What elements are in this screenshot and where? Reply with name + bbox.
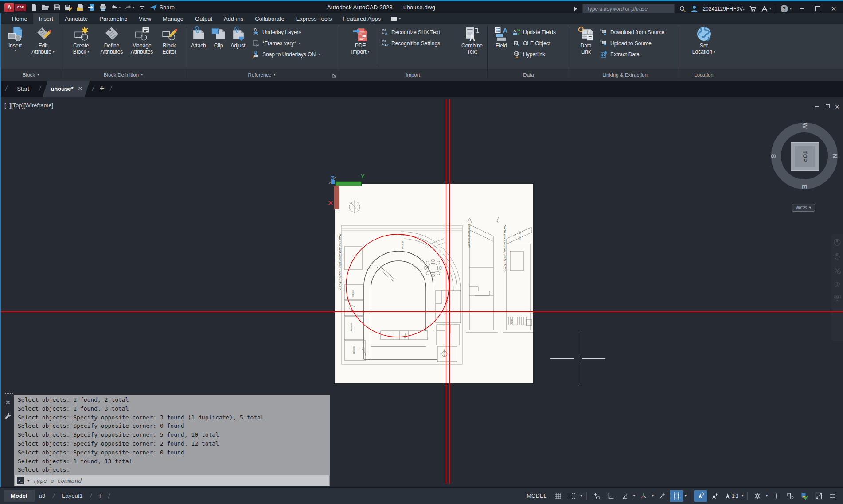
tab-add-ins[interactable]: Add-ins [218,13,249,24]
command-input[interactable]: >_ ▾ Type a command [14,475,330,486]
share-button[interactable]: Share [150,4,175,11]
recognize-shx-text-button[interactable]: PDFA Recognize SHX Text [381,27,440,38]
tab-insert[interactable]: Insert [33,13,59,24]
tab-collaborate[interactable]: Collaborate [249,13,290,24]
pdf-import-button[interactable]: PDF Import▾ [347,26,373,55]
manage-attributes-button[interactable]: Manage Attributes [127,26,156,55]
clip-button[interactable]: Clip [211,26,226,49]
window-minimize-button[interactable] [796,4,808,14]
command-line-close-icon[interactable]: ✕ [5,399,11,406]
object-snap-toggle[interactable] [670,490,683,502]
tab-view[interactable]: View [133,13,157,24]
object-snap-tracking-toggle[interactable] [656,490,669,502]
model-paper-toggle[interactable]: MODEL [523,490,550,502]
tab-featured-apps[interactable]: Featured Apps [337,13,386,24]
new-drawing-tab-button[interactable]: + [97,83,107,94]
ole-object-button[interactable]: OLE Object [513,38,556,49]
reference-dialog-launcher[interactable] [332,73,336,78]
grid-display-toggle[interactable] [551,490,565,502]
new-layout-button[interactable]: + [95,492,105,500]
frames-vary-button[interactable]: (x) *Frames vary* ▾ [252,38,320,49]
command-line-customize-wrench-icon[interactable] [4,412,12,419]
ribbon-display-toggle[interactable]: ▾ [391,13,401,24]
layout-tab-layout1[interactable]: Layout1 [58,490,87,501]
create-block-flyout-caret[interactable]: ▾ [87,50,89,54]
snap-mode-toggle[interactable] [566,490,579,502]
signed-in-user[interactable]: 20241129FHF3V▾ [702,6,745,12]
open-web-mobile-button[interactable] [76,4,84,11]
recognition-settings-button[interactable]: PDFA Recognition Settings [381,38,440,49]
show-motion-icon[interactable] [833,295,841,303]
wcs-selector[interactable]: WCS▾ [792,204,815,212]
open-file-button[interactable] [42,4,49,11]
search-input[interactable] [582,4,675,13]
panel-label-block[interactable]: Block▾ [0,69,62,81]
window-maximize-button[interactable] [812,4,823,14]
attach-button[interactable]: Attach [188,26,209,49]
new-file-button[interactable] [30,4,38,11]
model-space-canvas[interactable]: [−][Top][Wireframe] ✕ W N E S TOP WCS▾ [0,97,843,487]
panel-label-block-definition[interactable]: Block Definition▾ [62,69,185,81]
workspace-switching-button[interactable] [751,490,764,502]
red-vertical-line-entity[interactable] [446,99,446,484]
window-close-button[interactable]: ✕ [828,4,839,14]
plot-button[interactable] [99,4,107,11]
underlay-layers-button[interactable]: Underlay Layers [252,27,320,38]
user-avatar-icon[interactable] [691,5,698,12]
layout-tab-model[interactable]: Model [4,490,35,502]
viewcube[interactable]: W N E S TOP [771,123,838,189]
tab-express-tools[interactable]: Express Tools [290,13,338,24]
redo-dropdown[interactable]: ▾ [133,6,134,9]
insert-block-button[interactable]: Insert ▾ [4,26,27,52]
isometric-settings-caret[interactable]: ▾ [651,494,655,498]
panel-label-linking-extraction[interactable]: Linking & Extraction [570,69,680,81]
command-history[interactable]: Select objects: 1 found, 2 total Select … [14,395,330,475]
red-vertical-line-entity[interactable] [451,99,451,484]
navigation-bar[interactable] [831,234,843,341]
polar-tracking-toggle[interactable] [618,490,632,502]
annotation-visibility-toggle[interactable] [694,490,707,502]
extract-data-button[interactable]: Extract Data [600,49,664,60]
viewport-restore-button[interactable] [824,104,830,110]
tab-output[interactable]: Output [189,13,218,24]
panel-label-import[interactable]: Import [339,69,487,81]
file-tab-uhouse[interactable]: uhouse* ✕ [43,81,89,97]
ucs-icon[interactable]: Z Y ✕ [327,175,369,215]
search-expand-arrow[interactable] [574,7,577,11]
viewport-minimize-button[interactable] [814,104,820,110]
customization-menu-button[interactable] [826,490,839,502]
polar-settings-caret[interactable]: ▾ [632,494,636,498]
cart-icon[interactable] [749,5,757,12]
pdf-import-flyout-caret[interactable]: ▾ [368,50,370,54]
define-attributes-button[interactable]: Define Attributes [97,26,126,55]
data-link-button[interactable]: Data Link [575,26,597,55]
annotation-scale-caret[interactable]: ▾ [741,494,744,498]
undo-button[interactable]: ▾ [111,4,121,11]
tab-home[interactable]: Home [6,13,33,24]
set-location-button[interactable]: Set Location▾ [690,26,718,55]
hyperlink-button[interactable]: Hyperlink [513,49,556,60]
zoom-extents-icon[interactable] [833,267,841,275]
tab-manage[interactable]: Manage [157,13,189,24]
snap-settings-caret[interactable]: ▾ [580,494,583,498]
tab-parametric[interactable]: Parametric [94,13,133,24]
tab-annotate[interactable]: Annotate [59,13,94,24]
frames-vary-caret[interactable]: ▾ [299,42,301,45]
save-as-button[interactable] [65,4,72,11]
create-block-button[interactable]: Create Block▾ [69,26,94,55]
save-button[interactable] [53,4,61,11]
ortho-mode-toggle[interactable] [604,490,617,502]
recent-commands-caret[interactable]: ▾ [27,479,30,483]
viewcube-top-face[interactable]: TOP [791,142,819,171]
dynamic-input-toggle[interactable] [590,490,603,502]
pan-hand-icon[interactable] [833,252,841,260]
upload-to-source-button[interactable]: 8 Upload to Source [600,38,664,49]
search-icon[interactable] [679,5,686,12]
workspace-caret[interactable]: ▾ [765,494,769,498]
red-vertical-line-entity[interactable] [449,99,450,484]
field-button[interactable]: A Field [492,26,511,49]
object-snap-settings-caret[interactable]: ▾ [684,494,687,498]
save-web-mobile-button[interactable] [88,4,95,11]
file-tab-close-icon[interactable]: ✕ [78,86,82,91]
isolate-objects-button[interactable] [784,490,797,502]
